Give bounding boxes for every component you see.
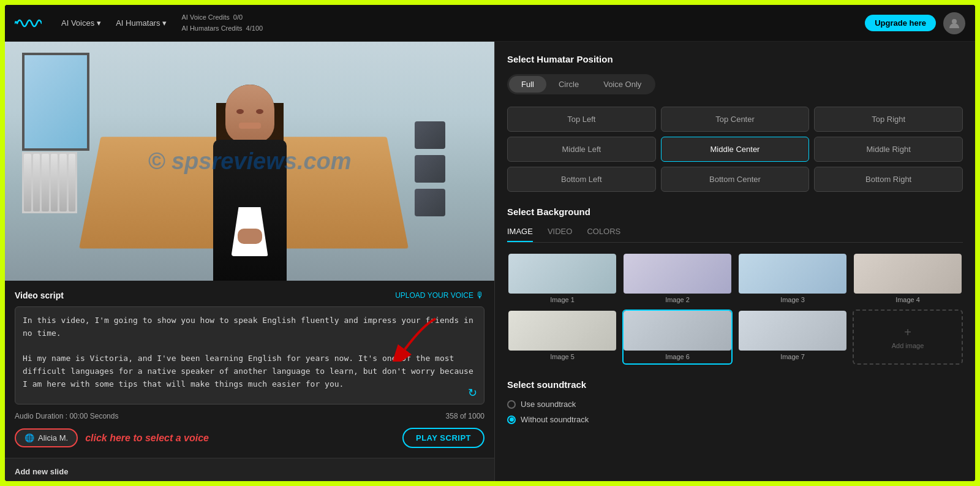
- pos-tab-voice-only[interactable]: Voice Only: [591, 76, 654, 93]
- bg-tab-image[interactable]: IMAGE: [507, 227, 533, 242]
- radio-group: Use soundtrack Without soundtrack: [507, 400, 963, 424]
- pos-middle-center[interactable]: Middle Center: [661, 137, 810, 162]
- soundtrack-without-label: Without soundtrack: [521, 415, 589, 424]
- bg-thumb-3: [739, 254, 846, 294]
- bg-thumb-7: [739, 311, 846, 351]
- position-section: Select Humatar Position Full Circle Voic…: [507, 54, 963, 192]
- background-section-title: Select Background: [507, 207, 963, 217]
- logo: [15, 14, 42, 32]
- click-hint-label: click here to select a voice: [85, 433, 209, 444]
- upgrade-button[interactable]: Upgrade here: [865, 15, 936, 31]
- bg-thumb-4: [854, 254, 962, 294]
- pos-middle-left[interactable]: Middle Left: [507, 137, 656, 162]
- pos-top-right[interactable]: Top Right: [814, 107, 963, 132]
- script-footer: Audio Duration : 00:00 Seconds 358 of 10…: [15, 412, 484, 420]
- pos-bottom-right[interactable]: Bottom Right: [814, 167, 963, 192]
- script-section: Video script UPLOAD YOUR VOICE 🎙 In this…: [5, 281, 494, 458]
- regenerate-icon[interactable]: ↻: [468, 386, 477, 400]
- soundtrack-without[interactable]: Without soundtrack: [507, 415, 963, 424]
- pos-tab-circle[interactable]: Circle: [546, 76, 591, 93]
- right-panel: Select Humatar Position Full Circle Voic…: [495, 42, 975, 481]
- pos-top-center[interactable]: Top Center: [661, 107, 810, 132]
- add-image-label: Add image: [892, 342, 924, 349]
- bg-thumb-2: [624, 254, 731, 294]
- humatar-head: [225, 85, 274, 143]
- credits-info: AI Voice Credits 0/0 AI Humatars Credits…: [181, 12, 263, 34]
- bg-thumb-1: [508, 254, 616, 294]
- script-header: Video script UPLOAD YOUR VOICE 🎙: [15, 290, 484, 300]
- bg-image-6[interactable]: Image 6: [622, 309, 733, 365]
- bg-label-6: Image 6: [624, 353, 731, 360]
- bg-label-5: Image 5: [508, 353, 616, 360]
- nav-ai-voices[interactable]: AI Voices ▾: [56, 16, 106, 30]
- voice-selector-btn[interactable]: 🌐 Alicia M.: [15, 428, 78, 447]
- scene-window: [22, 53, 89, 151]
- svg-point-0: [952, 19, 957, 24]
- bg-image-5[interactable]: Image 5: [507, 309, 617, 365]
- soundtrack-section-title: Select soundtrack: [507, 379, 963, 390]
- bg-tabs: IMAGE VIDEO COLORS: [507, 227, 963, 243]
- soundtrack-use-label: Use soundtrack: [521, 400, 576, 409]
- soundtrack-use[interactable]: Use soundtrack: [507, 400, 963, 409]
- voice-controls: 🌐 Alicia M. click here to select a voice…: [15, 428, 484, 448]
- soundtrack-section: Select soundtrack Use soundtrack Without…: [507, 379, 963, 424]
- position-tabs: Full Circle Voice Only: [507, 74, 655, 94]
- pos-middle-right[interactable]: Middle Right: [814, 137, 963, 162]
- script-textarea[interactable]: In this video, I'm going to show you how…: [15, 306, 484, 404]
- audio-duration: Audio Duration : 00:00 Seconds: [15, 412, 118, 420]
- pos-bottom-left[interactable]: Bottom Left: [507, 167, 656, 192]
- avatar[interactable]: [943, 12, 965, 34]
- radio-dot-without: [510, 417, 514, 422]
- add-image-btn[interactable]: + Add image: [853, 309, 963, 365]
- bg-image-7[interactable]: Image 7: [737, 309, 848, 365]
- bg-image-1[interactable]: Image 1: [507, 252, 617, 305]
- bg-image-3[interactable]: Image 3: [737, 252, 848, 305]
- humatar-body: [213, 140, 287, 281]
- script-title: Video script: [15, 290, 64, 300]
- left-panel: © spsreviews.com Video script UPLOAD YOU…: [5, 42, 495, 481]
- char-count: 358 of 1000: [446, 412, 484, 420]
- bg-thumb-6: [624, 311, 731, 351]
- radiator: [22, 152, 77, 213]
- bg-tab-colors[interactable]: COLORS: [587, 227, 620, 242]
- bg-thumb-5: [508, 311, 616, 351]
- bg-label-4: Image 4: [854, 296, 962, 303]
- position-section-title: Select Humatar Position: [507, 54, 963, 64]
- pos-tab-full[interactable]: Full: [509, 76, 546, 93]
- pos-bottom-center[interactable]: Bottom Center: [661, 167, 810, 192]
- radio-circle-without: [507, 416, 516, 424]
- bg-label-7: Image 7: [739, 353, 846, 360]
- script-box: In this video, I'm going to show you how…: [15, 306, 484, 407]
- bg-label-1: Image 1: [508, 296, 616, 303]
- bg-images-grid: Image 1 Image 2 Image 3 Image 4: [507, 252, 963, 365]
- app-wrapper: AI Voices ▾ AI Humatars ▾ AI Voice Credi…: [5, 5, 975, 481]
- bg-label-3: Image 3: [739, 296, 846, 303]
- bg-image-2[interactable]: Image 2: [622, 252, 733, 305]
- position-grid: Top Left Top Center Top Right Middle Lef…: [507, 107, 963, 192]
- humatar-figure: [189, 85, 311, 281]
- radio-circle-use: [507, 400, 516, 409]
- video-preview: © spsreviews.com: [5, 42, 494, 281]
- bg-label-2: Image 2: [624, 296, 731, 303]
- nav-ai-humatars[interactable]: AI Humatars ▾: [111, 16, 172, 30]
- pos-top-left[interactable]: Top Left: [507, 107, 656, 132]
- nav-links: AI Voices ▾ AI Humatars ▾: [56, 16, 172, 30]
- bg-image-4[interactable]: Image 4: [853, 252, 963, 305]
- background-section: Select Background IMAGE VIDEO COLORS Ima…: [507, 207, 963, 365]
- header: AI Voices ▾ AI Humatars ▾ AI Voice Credi…: [5, 5, 975, 42]
- upload-voice-btn[interactable]: UPLOAD YOUR VOICE 🎙: [395, 290, 484, 300]
- main-content: © spsreviews.com Video script UPLOAD YOU…: [5, 42, 975, 481]
- voice-name: Alicia M.: [38, 433, 68, 442]
- add-slide-btn[interactable]: Add new slide: [5, 458, 494, 481]
- header-right: Upgrade here: [865, 12, 965, 34]
- bg-tab-video[interactable]: VIDEO: [548, 227, 572, 242]
- scene-bg: © spsreviews.com: [5, 42, 494, 281]
- play-script-btn[interactable]: PLAY SCRIPT: [402, 428, 484, 448]
